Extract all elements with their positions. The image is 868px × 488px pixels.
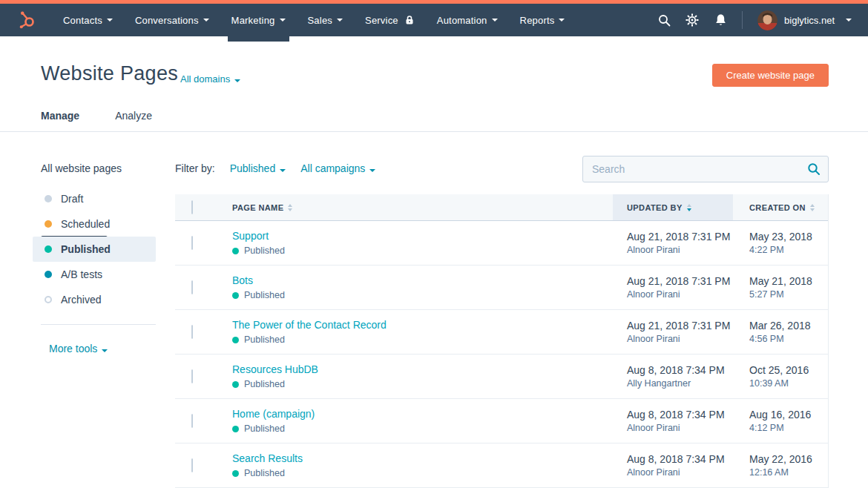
manage-analyze-tabs: Manage Analyze [41, 110, 152, 132]
notifications-bell-icon[interactable] [714, 13, 727, 27]
nav-item-sales[interactable]: Sales [297, 4, 355, 36]
scheduled-status-dot [45, 220, 52, 228]
nav-item-contacts[interactable]: Contacts [52, 4, 124, 36]
nav-item-service[interactable]: Service [354, 4, 426, 36]
chevron-down-icon [559, 19, 565, 22]
sort-desc-icon [687, 204, 691, 211]
row-checkbox[interactable] [191, 280, 193, 294]
status-badge: Published [232, 290, 613, 300]
sidebar-item-label: Archived [61, 294, 101, 306]
more-tools-dropdown[interactable]: More tools [49, 343, 156, 355]
chevron-down-icon [337, 19, 343, 22]
all-domains-dropdown[interactable]: All domains [180, 73, 240, 85]
published-dot-icon [232, 337, 239, 343]
row-checkbox[interactable] [191, 458, 193, 472]
sidebar-list: Draft Scheduled Published A/B tests Arch… [33, 186, 156, 312]
tab-analyze[interactable]: Analyze [115, 110, 152, 132]
sidebar-item-archived[interactable]: Archived [33, 287, 156, 312]
sort-icon [288, 204, 292, 211]
nav-utilities: biglytics.net [657, 10, 852, 30]
updated-by-name: Alnoor Pirani [627, 334, 733, 344]
search-icon[interactable] [807, 162, 821, 176]
column-label: UPDATED BY [627, 203, 683, 212]
sidebar-item-draft[interactable]: Draft [33, 186, 156, 211]
row-checkbox[interactable] [191, 325, 193, 339]
nav-menu: Contacts Conversations Marketing Sales S… [52, 4, 576, 36]
status-badge: Published [232, 468, 613, 478]
nav-item-reports[interactable]: Reports [509, 4, 576, 36]
filter-by-label: Filter by: [175, 162, 215, 174]
created-date: May 22, 2016 [749, 453, 828, 465]
tab-manage[interactable]: Manage [41, 110, 79, 132]
page-name-link[interactable]: Search Results [232, 452, 613, 464]
create-website-page-button[interactable]: Create website page [712, 64, 829, 87]
hubspot-sprocket-logo-icon[interactable] [16, 9, 39, 31]
sidebar-heading[interactable]: All website pages [33, 162, 156, 174]
nav-item-label: Conversations [135, 15, 199, 26]
user-avatar [757, 10, 777, 30]
page-name-link[interactable]: Resources HubDB [232, 363, 613, 375]
row-checkbox[interactable] [191, 414, 193, 428]
column-header-updated-by[interactable]: UPDATED BY [613, 194, 733, 220]
gear-icon[interactable] [685, 13, 699, 27]
page-name-link[interactable]: The Power of the Contact Record [232, 319, 613, 331]
select-all-checkbox[interactable] [191, 200, 193, 214]
header-checkbox-cell [175, 201, 215, 214]
chevron-down-icon [107, 19, 113, 22]
page-name-link[interactable]: Support [232, 230, 613, 242]
created-time: 12:16 AM [749, 467, 828, 478]
nav-item-marketing[interactable]: Marketing [220, 4, 297, 36]
tabs-divider [0, 131, 868, 132]
updated-date: Aug 21, 2018 7:31 PM [627, 275, 733, 287]
nav-item-automation[interactable]: Automation [426, 4, 509, 36]
campaign-filter-dropdown[interactable]: All campaigns [300, 162, 375, 174]
sidebar-divider [41, 324, 156, 325]
updated-date: Aug 21, 2018 7:31 PM [627, 320, 733, 332]
table-row: Search Results Published Aug 8, 2018 7:3… [175, 444, 828, 488]
table-row: The Power of the Contact Record Publishe… [175, 310, 828, 355]
sidebar-item-published[interactable]: Published [33, 237, 156, 262]
status-label: Published [244, 379, 285, 389]
draft-status-dot [45, 195, 52, 202]
chevron-down-icon [280, 19, 286, 22]
updated-by-name: Alnoor Pirani [627, 423, 733, 433]
search-input[interactable] [582, 156, 829, 182]
pages-table: PAGE NAME UPDATED BY CREATED ON Support … [175, 194, 829, 488]
status-badge: Published [232, 423, 613, 434]
search-icon[interactable] [657, 13, 671, 27]
account-menu[interactable]: biglytics.net [757, 10, 852, 30]
table-row: Support Published Aug 21, 2018 7:31 PM A… [175, 221, 828, 266]
all-domains-label: All domains [180, 73, 230, 85]
row-checkbox[interactable] [191, 369, 193, 383]
updated-date: Aug 21, 2018 7:31 PM [627, 231, 733, 243]
nav-item-conversations[interactable]: Conversations [124, 4, 220, 36]
nav-divider [742, 11, 743, 29]
created-time: 4:56 PM [749, 334, 828, 344]
status-filter-dropdown[interactable]: Published [230, 162, 286, 174]
table-row: Home (campaign) Published Aug 8, 2018 7:… [175, 399, 828, 444]
chevron-down-icon [102, 349, 108, 352]
chevron-down-icon [280, 169, 286, 172]
published-dot-icon [232, 470, 239, 477]
status-label: Published [244, 245, 285, 256]
status-sidebar: All website pages Draft Scheduled Publis… [33, 162, 156, 355]
row-checkbox[interactable] [191, 236, 193, 250]
column-header-page-name[interactable]: PAGE NAME [215, 194, 613, 220]
column-header-created-on[interactable]: CREATED ON [733, 194, 828, 220]
status-label: Published [244, 423, 285, 434]
sidebar-item-scheduled[interactable]: Scheduled [33, 211, 156, 237]
column-label: CREATED ON [749, 203, 806, 212]
created-date: Mar 26, 2018 [749, 320, 828, 332]
sort-icon [810, 204, 815, 211]
table-header-row: PAGE NAME UPDATED BY CREATED ON [175, 194, 828, 221]
created-date: Oct 25, 2016 [749, 364, 828, 376]
created-time: 10:39 AM [749, 378, 828, 389]
main-navbar: Contacts Conversations Marketing Sales S… [0, 4, 868, 36]
created-date: May 21, 2018 [749, 275, 828, 287]
search-box [582, 156, 829, 182]
page-name-link[interactable]: Bots [232, 274, 613, 286]
updated-by-name: Alnoor Pirani [627, 289, 733, 300]
page-name-link[interactable]: Home (campaign) [232, 408, 613, 420]
created-time: 5:27 PM [749, 289, 828, 300]
sidebar-item-ab-tests[interactable]: A/B tests [33, 262, 156, 287]
